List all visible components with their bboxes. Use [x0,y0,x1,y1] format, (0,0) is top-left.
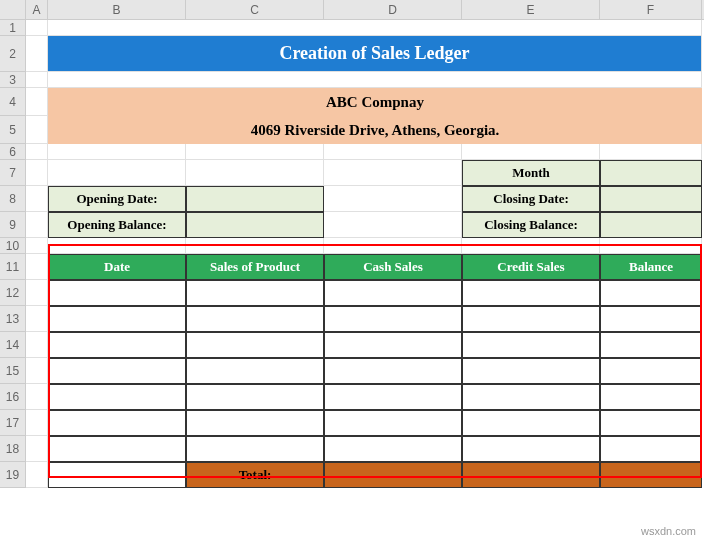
cell[interactable] [26,36,48,72]
th-credit-sales[interactable]: Credit Sales [462,254,600,280]
row-header-9[interactable]: 9 [0,212,26,238]
table-cell[interactable] [324,358,462,384]
table-cell[interactable] [600,358,702,384]
cell[interactable] [462,238,600,254]
company-address[interactable]: 4069 Riverside Drive, Athens, Georgia. [48,116,702,144]
table-cell[interactable] [48,332,186,358]
table-cell[interactable] [186,306,324,332]
table-cell[interactable] [48,410,186,436]
col-header-c[interactable]: C [186,0,324,19]
table-cell[interactable] [462,384,600,410]
table-cell[interactable] [324,280,462,306]
total-label[interactable]: Total: [186,462,324,488]
table-cell[interactable] [600,332,702,358]
row-header-4[interactable]: 4 [0,88,26,116]
total-cash[interactable] [324,462,462,488]
table-cell[interactable] [600,410,702,436]
row-header-16[interactable]: 16 [0,384,26,410]
cell[interactable] [26,462,48,488]
table-cell[interactable] [462,332,600,358]
cell[interactable] [324,186,462,212]
table-cell[interactable] [48,462,186,488]
col-header-e[interactable]: E [462,0,600,19]
table-cell[interactable] [324,332,462,358]
cell[interactable] [324,238,462,254]
table-cell[interactable] [48,436,186,462]
table-cell[interactable] [48,384,186,410]
row-header-3[interactable]: 3 [0,72,26,88]
row-header-10[interactable]: 10 [0,238,26,254]
row-header-14[interactable]: 14 [0,332,26,358]
row-header-6[interactable]: 6 [0,144,26,160]
cell[interactable] [26,358,48,384]
table-cell[interactable] [324,384,462,410]
month-value[interactable] [600,160,702,186]
opening-balance-value[interactable] [186,212,324,238]
cell[interactable] [600,238,702,254]
table-cell[interactable] [600,384,702,410]
total-credit[interactable] [462,462,600,488]
table-cell[interactable] [48,358,186,384]
cell[interactable] [48,160,186,186]
row-header-5[interactable]: 5 [0,116,26,144]
table-cell[interactable] [600,306,702,332]
cell[interactable] [324,160,462,186]
table-cell[interactable] [600,436,702,462]
col-header-f[interactable]: F [600,0,702,19]
cell[interactable] [48,72,702,88]
cell[interactable] [26,410,48,436]
cell[interactable] [26,384,48,410]
table-cell[interactable] [186,410,324,436]
th-date[interactable]: Date [48,254,186,280]
th-balance[interactable]: Balance [600,254,702,280]
cell[interactable] [324,144,462,160]
closing-date-label[interactable]: Closing Date: [462,186,600,212]
table-cell[interactable] [186,358,324,384]
cell[interactable] [26,144,48,160]
cell[interactable] [600,144,702,160]
table-cell[interactable] [462,306,600,332]
col-header-a[interactable]: A [26,0,48,19]
row-header-2[interactable]: 2 [0,36,26,72]
table-cell[interactable] [462,358,600,384]
table-cell[interactable] [48,280,186,306]
cell[interactable] [26,212,48,238]
opening-date-value[interactable] [186,186,324,212]
table-cell[interactable] [186,436,324,462]
row-header-13[interactable]: 13 [0,306,26,332]
cell[interactable] [26,238,48,254]
opening-date-label[interactable]: Opening Date: [48,186,186,212]
col-header-d[interactable]: D [324,0,462,19]
row-header-11[interactable]: 11 [0,254,26,280]
cell[interactable] [26,436,48,462]
table-cell[interactable] [324,436,462,462]
cell[interactable] [186,144,324,160]
cell[interactable] [48,238,186,254]
cell[interactable] [26,20,48,36]
company-name[interactable]: ABC Compnay [48,88,702,116]
table-cell[interactable] [324,306,462,332]
month-label[interactable]: Month [462,160,600,186]
cell[interactable] [186,160,324,186]
cell[interactable] [26,280,48,306]
closing-balance-label[interactable]: Closing Balance: [462,212,600,238]
table-cell[interactable] [462,436,600,462]
cell[interactable] [26,116,48,144]
closing-date-value[interactable] [600,186,702,212]
cell[interactable] [26,254,48,280]
row-header-12[interactable]: 12 [0,280,26,306]
cell[interactable] [48,144,186,160]
cell[interactable] [26,332,48,358]
th-cash-sales[interactable]: Cash Sales [324,254,462,280]
table-cell[interactable] [186,332,324,358]
table-cell[interactable] [186,384,324,410]
row-header-15[interactable]: 15 [0,358,26,384]
cell[interactable] [462,144,600,160]
cell[interactable] [26,88,48,116]
page-title[interactable]: Creation of Sales Ledger [48,36,702,72]
cell[interactable] [26,306,48,332]
th-sales-product[interactable]: Sales of Product [186,254,324,280]
row-header-8[interactable]: 8 [0,186,26,212]
row-header-7[interactable]: 7 [0,160,26,186]
row-header-17[interactable]: 17 [0,410,26,436]
